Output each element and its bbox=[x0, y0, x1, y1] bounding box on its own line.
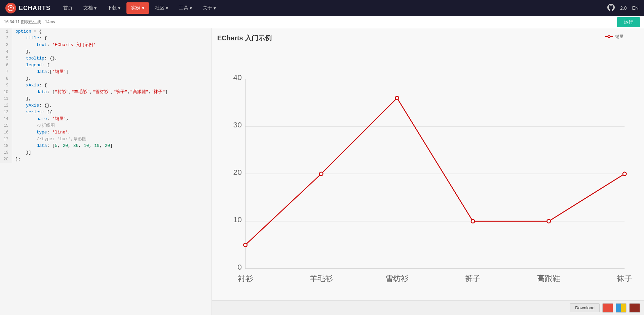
code-line-10: 10 data: ["衬衫","羊毛衫","雪纺衫","裤子","高跟鞋","袜… bbox=[0, 89, 212, 95]
code-line-1: 1 option = { bbox=[0, 28, 212, 35]
svg-point-24 bbox=[623, 172, 626, 175]
code-line-18: 18 data: [5, 20, 36, 10, 10, 20] bbox=[0, 143, 212, 149]
logo[interactable]: ECHARTS bbox=[5, 3, 50, 13]
svg-text:30: 30 bbox=[233, 120, 242, 129]
nav-items: 首页 文档 ▾ 下载 ▾ 实例 ▾ 社区 ▾ 工具 ▾ 关于 ▾ bbox=[59, 2, 607, 14]
chart-svg: 0 10 20 30 40 衬衫 羊毛衫 雪纺衫 裤子 高跟鞋 袜子 bbox=[217, 52, 639, 310]
legend-label: 销量 bbox=[615, 34, 624, 40]
svg-point-23 bbox=[547, 220, 550, 223]
code-line-16: 16 type: 'line', bbox=[0, 129, 212, 136]
code-line-9: 9 xAxis: { bbox=[0, 82, 212, 89]
lang-switch[interactable]: EN bbox=[632, 5, 639, 11]
svg-text:高跟鞋: 高跟鞋 bbox=[537, 274, 560, 283]
svg-text:雪纺衫: 雪纺衫 bbox=[385, 274, 409, 283]
chart-area: ECharts 入门示例 销量 bbox=[212, 28, 644, 315]
chart-container: 0 10 20 30 40 衬衫 羊毛衫 雪纺衫 裤子 高跟鞋 袜子 bbox=[217, 52, 639, 310]
statusbar: 16:34:11 图表已生成，14ms 运行 bbox=[0, 16, 644, 28]
svg-text:衬衫: 衬衫 bbox=[238, 274, 253, 283]
github-icon[interactable] bbox=[607, 4, 615, 13]
version-label: 2.0 bbox=[620, 5, 627, 11]
svg-text:裤子: 裤子 bbox=[465, 274, 481, 283]
svg-point-22 bbox=[471, 220, 475, 223]
bottom-toolbar: Download bbox=[212, 300, 644, 315]
svg-point-20 bbox=[319, 172, 323, 175]
chevron-down-icon: ▾ bbox=[166, 5, 168, 11]
svg-text:40: 40 bbox=[233, 73, 242, 82]
chevron-down-icon: ▾ bbox=[118, 5, 120, 11]
code-line-7: 7 data:['销量'] bbox=[0, 69, 212, 75]
theme-red-button[interactable] bbox=[602, 303, 613, 313]
code-line-3: 3 text: 'ECharts 入门示例' bbox=[0, 42, 212, 48]
theme-blue-yellow-button[interactable] bbox=[616, 303, 627, 313]
code-line-19: 19 }] bbox=[0, 149, 212, 156]
code-line-6: 6 legend: { bbox=[0, 62, 212, 69]
chart-legend: 销量 bbox=[605, 34, 624, 40]
nav-item-download[interactable]: 下载 ▾ bbox=[103, 2, 125, 14]
code-line-20: 20 }; bbox=[0, 156, 212, 163]
svg-text:羊毛衫: 羊毛衫 bbox=[310, 274, 333, 283]
code-line-14: 14 name: '销量', bbox=[0, 116, 212, 122]
code-line-17: 17 //type: 'bar',条形图 bbox=[0, 136, 212, 143]
svg-text:10: 10 bbox=[233, 215, 242, 224]
nav-item-tools[interactable]: 工具 ▾ bbox=[174, 2, 197, 14]
code-line-11: 11 }, bbox=[0, 95, 212, 102]
chevron-down-icon: ▾ bbox=[190, 5, 192, 11]
code-line-4: 4 }, bbox=[0, 48, 212, 55]
code-line-15: 15 //折线图 bbox=[0, 122, 212, 129]
code-line-12: 12 yAxis: {}, bbox=[0, 102, 212, 109]
nav-item-community[interactable]: 社区 ▾ bbox=[150, 2, 173, 14]
svg-point-19 bbox=[243, 243, 247, 246]
main-content: 1 option = { 2 title: { 3 text: 'ECharts… bbox=[0, 28, 644, 315]
svg-text:20: 20 bbox=[233, 168, 242, 176]
status-text: 16:34:11 图表已生成，14ms bbox=[4, 19, 55, 25]
code-line-5: 5 tooltip: {}, bbox=[0, 55, 212, 62]
code-line-13: 13 series: [{ bbox=[0, 109, 212, 116]
nav-item-docs[interactable]: 文档 ▾ bbox=[79, 2, 101, 14]
svg-text:0: 0 bbox=[237, 263, 242, 271]
download-button[interactable]: Download bbox=[570, 303, 600, 312]
nav-right: 2.0 EN bbox=[607, 4, 639, 13]
svg-point-21 bbox=[395, 96, 399, 100]
nav-item-about[interactable]: 关于 ▾ bbox=[198, 2, 221, 14]
chart-title: ECharts 入门示例 bbox=[217, 34, 639, 43]
code-line-8: 8 }, bbox=[0, 75, 212, 82]
run-button[interactable]: 运行 bbox=[617, 17, 640, 27]
logo-text: ECHARTS bbox=[19, 5, 50, 12]
code-line-2: 2 title: { bbox=[0, 35, 212, 42]
nav-item-examples[interactable]: 实例 ▾ bbox=[126, 2, 149, 14]
chevron-down-icon: ▾ bbox=[214, 5, 216, 11]
logo-icon bbox=[5, 3, 16, 13]
code-editor[interactable]: 1 option = { 2 title: { 3 text: 'ECharts… bbox=[0, 28, 212, 315]
navbar: ECHARTS 首页 文档 ▾ 下载 ▾ 实例 ▾ 社区 ▾ 工具 ▾ 关于 ▾ bbox=[0, 0, 644, 16]
chevron-down-icon: ▾ bbox=[142, 5, 144, 11]
svg-text:袜子: 袜子 bbox=[617, 274, 632, 283]
theme-dark-red-button[interactable] bbox=[629, 303, 640, 313]
nav-item-home[interactable]: 首页 bbox=[59, 2, 77, 14]
chevron-down-icon: ▾ bbox=[94, 5, 97, 11]
